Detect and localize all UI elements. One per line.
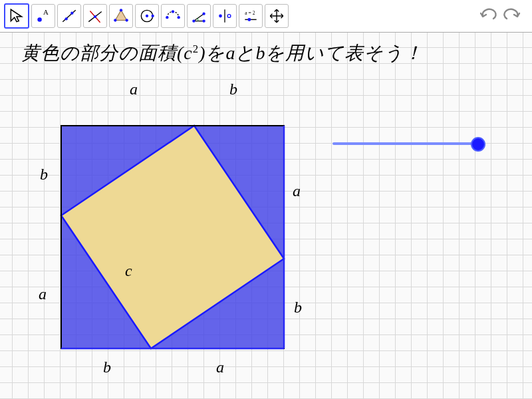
svg-text:a = 2: a = 2 xyxy=(245,10,255,16)
svg-point-9 xyxy=(120,9,122,11)
slider-track xyxy=(332,142,475,145)
svg-point-20 xyxy=(202,19,205,22)
svg-point-17 xyxy=(178,16,180,19)
tool-polygon[interactable] xyxy=(109,4,133,28)
label-left-a: a xyxy=(39,285,47,303)
svg-point-3 xyxy=(65,17,68,20)
animation-slider[interactable] xyxy=(332,136,489,152)
redo-button[interactable] xyxy=(503,7,521,25)
svg-point-19 xyxy=(202,13,205,15)
svg-point-4 xyxy=(70,12,73,15)
tool-line[interactable] xyxy=(57,4,81,28)
label-top-b: b xyxy=(229,80,237,98)
svg-text:A: A xyxy=(43,8,49,16)
tool-perpendicular[interactable] xyxy=(83,4,107,28)
svg-marker-8 xyxy=(115,10,126,20)
tool-angle[interactable] xyxy=(187,4,211,28)
tool-slider[interactable]: a = 2 xyxy=(239,4,263,28)
svg-point-26 xyxy=(247,18,251,21)
svg-line-2 xyxy=(63,10,76,21)
label-top-a: a xyxy=(130,80,138,98)
tool-point-text[interactable]: A xyxy=(31,4,55,28)
slider-thumb[interactable] xyxy=(471,137,485,152)
label-bottom-b: b xyxy=(103,358,111,376)
svg-point-14 xyxy=(152,15,154,17)
undo-redo-group xyxy=(479,7,528,25)
problem-title: 黄色の部分の面積(c2)をaとbを用いて表そう！ xyxy=(21,41,423,66)
svg-point-23 xyxy=(227,15,231,18)
label-c: c xyxy=(125,262,132,280)
tool-circle-center[interactable] xyxy=(135,4,159,28)
svg-point-0 xyxy=(37,17,42,21)
svg-point-22 xyxy=(219,15,222,18)
graphics-view[interactable]: 黄色の部分の面積(c2)をaとbを用いて表そう！ a b b a a b b a… xyxy=(0,33,532,399)
svg-point-16 xyxy=(172,10,174,13)
tool-circle-3pts[interactable] xyxy=(161,4,185,28)
svg-point-13 xyxy=(146,15,148,17)
pythagoras-figure xyxy=(60,106,286,372)
tool-reflect[interactable] xyxy=(213,4,237,28)
undo-button[interactable] xyxy=(479,7,497,25)
svg-point-10 xyxy=(126,19,128,21)
svg-point-11 xyxy=(114,19,116,21)
label-right-b: b xyxy=(294,299,302,317)
label-right-a: a xyxy=(293,182,301,200)
label-bottom-a: a xyxy=(216,358,224,376)
svg-point-15 xyxy=(166,16,168,19)
tool-move[interactable] xyxy=(4,3,29,29)
tool-translate[interactable] xyxy=(265,4,289,28)
svg-point-7 xyxy=(94,15,96,18)
svg-point-18 xyxy=(192,19,195,22)
label-left-b: b xyxy=(40,166,48,184)
toolbar: A a = 2 xyxy=(0,0,532,33)
